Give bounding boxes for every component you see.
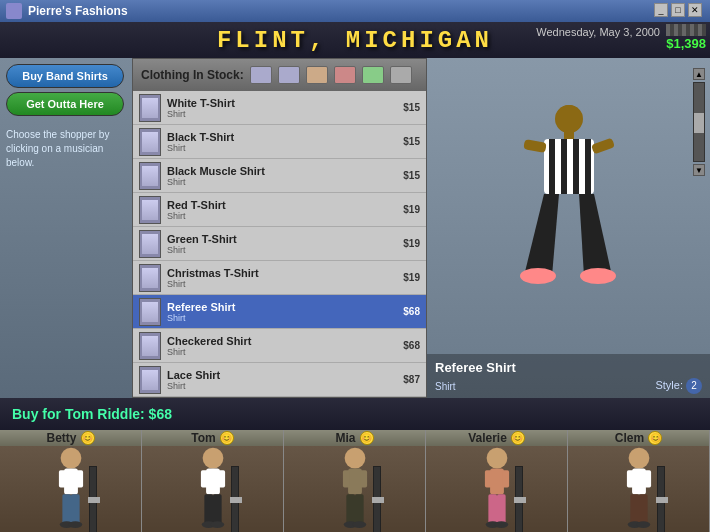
buy-text: Buy for Tom Riddle: $68 [12,406,172,422]
item-price: $87 [403,374,420,385]
item-thumbnail [139,128,161,156]
item-info: Checkered Shirt Shirt [167,335,403,357]
svg-rect-48 [626,470,633,487]
char-name-bar: Clem 😊 [568,430,709,446]
svg-marker-11 [579,194,612,276]
char-figure-area [183,446,243,532]
mood-icon: 😊 [511,431,525,445]
style-label-text: Style: [655,379,683,391]
item-thumbnail [139,230,161,258]
svg-rect-35 [355,494,364,524]
char-volume-slider[interactable] [231,466,239,532]
svg-rect-47 [632,468,646,494]
slider-thumb[interactable] [656,497,668,503]
svg-rect-23 [206,468,220,494]
char-volume-slider[interactable] [373,466,381,532]
char-volume-slider[interactable] [89,466,97,532]
svg-rect-17 [76,470,83,487]
svg-rect-9 [590,138,614,155]
item-row[interactable]: Checkered Shirt Shirt $68 [133,329,426,363]
svg-rect-7 [585,139,591,194]
item-row[interactable]: Lace Shirt Shirt $87 [133,363,426,397]
svg-point-21 [68,521,82,528]
icon-jewelry [390,66,412,84]
slider-thumb[interactable] [514,497,526,503]
svg-rect-40 [484,470,491,487]
maximize-button[interactable]: □ [671,3,685,17]
svg-point-30 [344,448,365,469]
item-info: Black Muscle Shirt Shirt [167,165,403,187]
buy-bar[interactable]: Buy for Tom Riddle: $68 [0,398,710,430]
item-name: Green T-Shirt [167,233,403,245]
item-thumbnail [139,332,161,360]
item-thumbnail [139,162,161,190]
svg-point-22 [202,448,223,469]
char-name: Clem [615,431,644,445]
slider-thumb[interactable] [88,497,100,503]
item-info: Green T-Shirt Shirt [167,233,403,255]
window-controls: _ □ ✕ [654,3,702,17]
item-row[interactable]: Red T-Shirt Shirt $19 [133,193,426,227]
char-volume-slider[interactable] [657,466,665,532]
character-slot-betty[interactable]: Betty 😊 [0,430,142,532]
style-value: 2 [686,378,702,394]
item-name: White T-Shirt [167,97,403,109]
character-slot-tom[interactable]: Tom 😊 [142,430,284,532]
preview-info: Referee Shirt Shirt Style: 2 [427,354,710,398]
svg-point-38 [486,448,507,469]
slider-thumb[interactable] [230,497,242,503]
char-name: Mia [335,431,355,445]
buy-band-shirts-button[interactable]: Buy Band Shirts [6,64,124,88]
icon-bag [362,66,384,84]
character-slot-valerie[interactable]: Valerie 😊 [426,430,568,532]
close-button[interactable]: ✕ [688,3,702,17]
item-name: Black Muscle Shirt [167,165,403,177]
preview-item-type: Shirt [435,381,456,392]
char-figure-area [609,446,669,532]
char-volume-slider[interactable] [515,466,523,532]
item-type: Shirt [167,313,403,323]
svg-rect-4 [549,139,555,194]
characters-bar: Betty 😊 Tom 😊 [0,430,710,532]
app-icon [6,3,22,19]
svg-rect-19 [71,494,80,524]
item-row[interactable]: Green T-Shirt Shirt $19 [133,227,426,261]
item-info: Red T-Shirt Shirt [167,199,403,221]
svg-marker-10 [524,194,559,276]
character-display [427,58,710,354]
svg-rect-26 [204,494,213,524]
item-type: Shirt [167,109,403,119]
help-text: Choose the shopper by clicking on a musi… [6,128,126,170]
item-info: Referee Shirt Shirt [167,301,403,323]
item-info: Black T-Shirt Shirt [167,131,403,153]
slider-thumb[interactable] [372,497,384,503]
item-row[interactable]: Black T-Shirt Shirt $15 [133,125,426,159]
svg-rect-18 [62,494,71,524]
svg-rect-16 [58,470,65,487]
svg-point-53 [636,521,650,528]
style-label: Style: 2 [655,378,702,394]
grid-decoration [666,24,706,36]
city-name: FLINT, MICHIGAN [217,27,493,54]
svg-rect-24 [200,470,207,487]
item-price: $15 [403,170,420,181]
item-row[interactable]: White T-Shirt Shirt $15 [133,91,426,125]
shop-panel: Clothing In Stock: White T-Shirt Shirt $… [132,58,427,398]
shop-header: Clothing In Stock: [133,59,426,91]
svg-rect-5 [561,139,567,194]
get-outta-here-button[interactable]: Get Outta Here [6,92,124,116]
character-slot-clem[interactable]: Clem 😊 [568,430,710,532]
minimize-button[interactable]: _ [654,3,668,17]
svg-rect-50 [630,494,639,524]
date-display: Wednesday, May 3, 2000 [536,26,660,38]
item-row[interactable]: Black Muscle Shirt Shirt $15 [133,159,426,193]
item-name: Black T-Shirt [167,131,403,143]
item-price: $15 [403,102,420,113]
svg-rect-41 [502,470,509,487]
item-price: $15 [403,136,420,147]
character-slot-mia[interactable]: Mia 😊 [284,430,426,532]
item-row[interactable]: Referee Shirt Shirt $68 [133,295,426,329]
item-row[interactable]: Christmas T-Shirt Shirt $19 [133,261,426,295]
item-price: $19 [403,272,420,283]
item-list: White T-Shirt Shirt $15 Black T-Shirt Sh… [133,91,426,397]
